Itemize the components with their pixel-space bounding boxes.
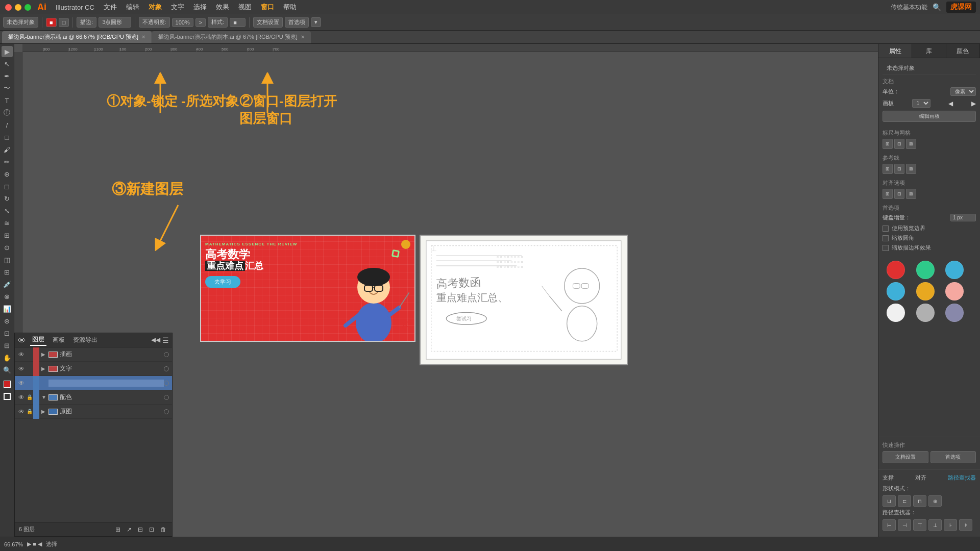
fill-btn[interactable]: ■ <box>46 18 57 27</box>
shapebuild-tool[interactable]: ⊙ <box>2 242 13 253</box>
layer-lock-illustration[interactable] <box>26 351 33 358</box>
symbol-tool[interactable]: ⊛ <box>2 315 13 327</box>
ruler-icon[interactable]: ⊞ <box>883 139 893 149</box>
layer-expand-text[interactable]: ▶ <box>41 366 48 371</box>
pencil-tool[interactable]: ✏ <box>2 156 13 167</box>
grid-icon[interactable]: ⊟ <box>894 139 904 149</box>
stroke-swatch[interactable] <box>2 391 13 402</box>
menu-select[interactable]: 选择 <box>189 2 211 13</box>
pf-2[interactable]: ⊣ <box>898 519 911 531</box>
layer-expand-illustration[interactable]: ▶ <box>41 352 48 357</box>
swatch-red[interactable] <box>887 261 905 279</box>
stroke-dropdown[interactable]: 3点圆形 <box>99 17 131 28</box>
artboards-tab[interactable]: 画板 <box>51 335 67 345</box>
guide-icon-1[interactable]: ⊞ <box>883 164 893 174</box>
curvature-tool[interactable]: 〜 <box>2 83 13 94</box>
gradient-tool[interactable]: ◫ <box>2 254 13 265</box>
guide-icon-3[interactable]: ⊠ <box>906 164 916 174</box>
menu-effect[interactable]: 效果 <box>212 2 233 13</box>
eraser-tool[interactable]: ◻ <box>2 181 13 192</box>
nudge-input[interactable] <box>950 214 976 221</box>
rpanel-tab-library[interactable]: 库 <box>912 44 946 58</box>
layer-template-btn[interactable]: ⊟ <box>136 526 144 533</box>
banner-btn[interactable]: 去学习 <box>205 276 240 288</box>
tab-2[interactable]: 插边风-banner演示稿的副本.ai @ 67% [RGB/GPU 预览] ✕ <box>152 31 311 43</box>
type-tool[interactable]: T <box>2 95 13 106</box>
layer-row-original[interactable]: 👁 🔒 ▶ 原图 <box>15 405 172 419</box>
swatch-white[interactable] <box>887 304 905 322</box>
sm-minus[interactable]: ⊏ <box>898 495 911 507</box>
tab-1-close[interactable]: ✕ <box>141 34 145 40</box>
snap-icon-1[interactable]: ⊞ <box>883 189 893 199</box>
select-tool[interactable]: ▶ <box>2 46 13 57</box>
hand-tool[interactable]: ✋ <box>2 352 13 363</box>
chart-tool[interactable]: 📊 <box>2 303 13 314</box>
move-layer-btn[interactable]: ↗ <box>125 526 133 533</box>
swatch-pink[interactable] <box>945 282 964 300</box>
rpanel-tab-color[interactable]: 颜色 <box>946 44 980 58</box>
panel-collapse[interactable]: ◀◀ <box>151 336 160 344</box>
menu-edit[interactable]: 编辑 <box>122 2 143 13</box>
prefs-btn[interactable]: 首选项 <box>285 17 309 28</box>
layer-options-btn[interactable]: ⊡ <box>148 526 156 533</box>
snap-icon-2[interactable]: ⊟ <box>894 189 904 199</box>
mac-min-btn[interactable] <box>15 4 21 11</box>
scale-checkbox[interactable] <box>883 245 889 251</box>
blob-tool[interactable]: ⊕ <box>2 168 13 180</box>
pen-tool[interactable]: ✒ <box>2 70 13 82</box>
layer-eye-colors[interactable]: 👁 <box>17 393 26 402</box>
doc-settings-btn[interactable]: 文档设置 <box>253 17 283 28</box>
layer-lock-colors[interactable]: 🔒 <box>26 394 33 401</box>
eyedrop-tool[interactable]: 💉 <box>2 279 13 290</box>
menu-view[interactable]: 视图 <box>234 2 256 13</box>
menu-text[interactable]: 文字 <box>167 2 188 13</box>
stroke-color-btn[interactable]: □ <box>59 18 69 27</box>
layer-row-colors[interactable]: 👁 🔒 ▼ 配色 <box>15 390 172 405</box>
sm-intersect[interactable]: ⊓ <box>913 495 926 507</box>
swatch-purple[interactable] <box>945 304 964 322</box>
layer-eye-editing[interactable]: 👁 <box>17 379 26 388</box>
artboard-nav-next[interactable]: ▶ <box>971 100 976 107</box>
slice-tool[interactable]: ⊟ <box>2 340 13 351</box>
touch-type-tool[interactable]: Ⓣ <box>2 107 13 118</box>
mac-max-btn[interactable] <box>24 4 31 11</box>
freetransform-tool[interactable]: ⊞ <box>2 230 13 241</box>
rpanel-tab-properties[interactable]: 属性 <box>878 44 912 58</box>
qa-prefs[interactable]: 首选项 <box>930 451 976 463</box>
qa-doc-settings[interactable]: 文档设置 <box>883 451 928 463</box>
scale-tool[interactable]: ⤡ <box>2 205 13 216</box>
artboard-tool[interactable]: ⊡ <box>2 328 13 339</box>
swatch-orange[interactable] <box>916 282 935 300</box>
pf-5[interactable]: ⊦ <box>944 519 957 531</box>
swatch-green[interactable] <box>916 261 935 279</box>
style-dropdown[interactable]: ■ <box>230 18 246 27</box>
direct-select-tool[interactable]: ↖ <box>2 58 13 69</box>
menu-object[interactable]: 对象 <box>144 2 166 13</box>
layer-row-editing[interactable]: 👁 <box>15 376 172 390</box>
guide-icon-2[interactable]: ⊟ <box>894 164 904 174</box>
layer-row-illustration[interactable]: 👁 ▶ 插画 <box>15 347 172 362</box>
panel-menu[interactable]: ☰ <box>162 336 169 344</box>
menu-illustrator[interactable]: Illustrator CC <box>52 3 99 12</box>
search-icon[interactable]: 🔍 <box>933 3 941 11</box>
layer-expand-colors[interactable]: ▼ <box>41 394 48 400</box>
delete-layer-btn[interactable]: 🗑 <box>159 526 168 533</box>
layers-panel-eye-icon[interactable]: 👁 <box>18 336 26 344</box>
pf-1[interactable]: ⊢ <box>883 519 896 531</box>
sm-exclude[interactable]: ⊕ <box>928 495 942 507</box>
new-layer-btn[interactable]: ⊞ <box>114 526 122 533</box>
swatch-blue-1[interactable] <box>945 261 964 279</box>
mesh-tool[interactable]: ⊞ <box>2 266 13 278</box>
rect-tool[interactable]: □ <box>2 132 13 143</box>
layer-lock-editing[interactable] <box>26 380 33 387</box>
pf-6[interactable]: ⊧ <box>959 519 972 531</box>
layers-tab[interactable]: 图层 <box>30 334 46 346</box>
layer-lock-original[interactable]: 🔒 <box>26 408 33 415</box>
rotate-tool[interactable]: ↻ <box>2 193 13 204</box>
fill-color-swatch[interactable] <box>2 379 13 390</box>
menu-window[interactable]: 窗口 <box>257 2 278 13</box>
zoom-level[interactable]: 66.67% <box>4 541 23 547</box>
snap-icon-3[interactable]: ⊠ <box>906 189 916 199</box>
tab-1[interactable]: 插边风-banner演示稿.ai @ 66.67% [RGB/GPU 预览] ✕ <box>2 31 152 43</box>
menu-file[interactable]: 文件 <box>100 2 121 13</box>
